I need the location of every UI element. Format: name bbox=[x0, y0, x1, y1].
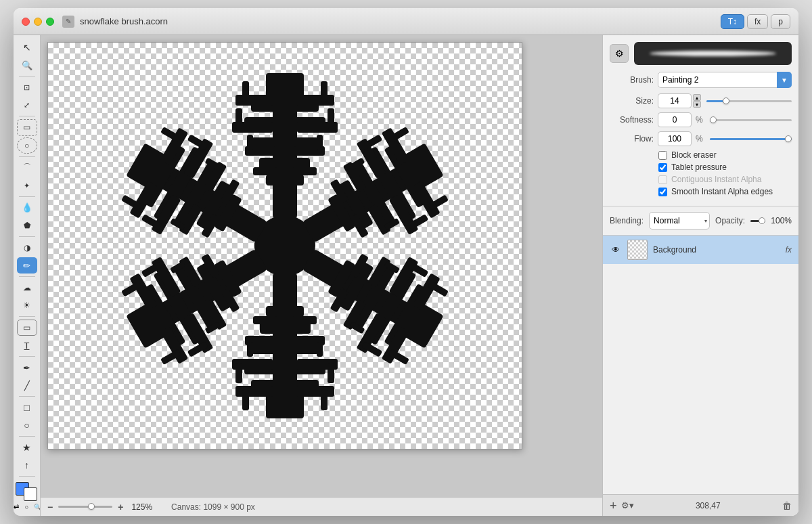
color-swatch[interactable] bbox=[16, 482, 39, 501]
titlebar: ✎ snowflake brush.acorn T↕ fx p bbox=[14, 8, 798, 35]
svg-rect-21 bbox=[293, 167, 317, 175]
brush-panel: ⚙ Brush: Painting 2 ▼ bbox=[603, 35, 798, 206]
block-eraser-row: Block eraser bbox=[610, 150, 792, 160]
tool-burn-dodge[interactable]: ☀ bbox=[17, 297, 37, 313]
blending-select[interactable]: Normal bbox=[649, 212, 710, 230]
canvas-container[interactable] bbox=[41, 35, 602, 497]
zoom-slider[interactable] bbox=[58, 506, 112, 508]
softness-row: Softness: % bbox=[610, 112, 792, 127]
tools-button[interactable]: T↕ bbox=[721, 14, 744, 29]
svg-rect-15 bbox=[328, 108, 334, 129]
zoom-tool-small[interactable]: 🔍 bbox=[33, 502, 41, 512]
panel-right: ⚙ Brush: Painting 2 ▼ bbox=[602, 35, 798, 516]
tool-zoom[interactable]: 🔍 bbox=[17, 57, 37, 73]
tool-rect[interactable]: □ bbox=[17, 399, 37, 416]
tool-rect-select[interactable]: ▭ bbox=[17, 119, 37, 136]
tool-star[interactable]: ★ bbox=[17, 439, 37, 456]
size-up-button[interactable]: ▲ bbox=[693, 94, 701, 101]
swap-colors[interactable]: ⇄ bbox=[14, 502, 21, 512]
flow-input[interactable] bbox=[658, 131, 692, 146]
tool-smudge[interactable]: ☁ bbox=[17, 280, 37, 296]
layers-section: 👁 Background fx bbox=[603, 236, 798, 494]
tool-rect-shape[interactable]: ▭ bbox=[17, 320, 37, 336]
layer-options-button[interactable]: ⚙▾ bbox=[621, 500, 634, 510]
smooth-alpha-checkbox[interactable] bbox=[658, 188, 667, 196]
delete-layer-button[interactable]: 🗑 bbox=[782, 500, 792, 511]
svg-rect-8 bbox=[235, 95, 273, 106]
svg-rect-6 bbox=[266, 175, 304, 185]
fx-button[interactable]: fx bbox=[747, 14, 768, 29]
size-row: Size: ▲ ▼ bbox=[610, 93, 792, 108]
size-stepper: ▲ ▼ bbox=[693, 94, 702, 108]
blending-section: Blending: Normal ▾ Opacity: 100% bbox=[603, 206, 798, 236]
tool-ellipse[interactable]: ○ bbox=[17, 417, 37, 433]
brush-label: Brush: bbox=[610, 75, 654, 85]
brush-header: ⚙ bbox=[610, 42, 792, 65]
svg-rect-13 bbox=[235, 108, 242, 129]
background-color[interactable] bbox=[24, 487, 37, 501]
opacity-slider[interactable] bbox=[750, 220, 765, 222]
add-layer-button[interactable]: + bbox=[610, 500, 617, 512]
tool-eyedropper[interactable]: 💧 bbox=[17, 200, 37, 216]
tool-arrow-shape[interactable]: ↑ bbox=[17, 457, 37, 473]
zoom-in-button[interactable]: + bbox=[118, 502, 123, 512]
tool-magic-wand[interactable]: ✦ bbox=[17, 177, 37, 194]
layer-name: Background bbox=[653, 245, 780, 255]
canvas-checkerboard bbox=[48, 43, 522, 449]
tool-paint-bucket[interactable]: ⬟ bbox=[17, 217, 37, 234]
toolbar-buttons: T↕ fx p bbox=[721, 14, 790, 29]
minimize-button[interactable] bbox=[34, 18, 42, 26]
tool-line[interactable]: ╱ bbox=[17, 377, 37, 393]
brush-stroke-preview bbox=[650, 51, 775, 56]
flow-row: Flow: % bbox=[610, 131, 792, 146]
tablet-pressure-label: Tablet pressure bbox=[671, 162, 727, 172]
canvas-wrapper bbox=[47, 42, 522, 450]
contiguous-alpha-label: Contiguous Instant Alpha bbox=[671, 175, 761, 184]
canvas-bottom-bar: − + 125% Canvas: 1099 × 900 px bbox=[41, 497, 602, 516]
tool-fullscreen[interactable]: ⤢ bbox=[17, 97, 37, 113]
tool-select-arrow[interactable]: ↖ bbox=[17, 39, 37, 56]
zoom-level: 125% bbox=[131, 502, 152, 512]
opacity-label: Opacity: bbox=[715, 216, 745, 225]
brush-gear-button[interactable]: ⚙ bbox=[610, 44, 629, 63]
size-input[interactable] bbox=[658, 93, 692, 108]
svg-rect-19 bbox=[317, 135, 323, 150]
size-label: Size: bbox=[610, 96, 654, 106]
tool-lasso[interactable]: ⌒ bbox=[17, 160, 37, 176]
window-title: snowflake brush.acorn bbox=[80, 16, 168, 26]
snowflake-image bbox=[48, 43, 522, 449]
p-button[interactable]: p bbox=[771, 14, 790, 29]
contiguous-alpha-checkbox[interactable] bbox=[658, 175, 667, 184]
tool-crop[interactable]: ⊡ bbox=[17, 79, 37, 95]
tool-ellipse-select[interactable]: ○ bbox=[17, 137, 37, 154]
softness-input[interactable] bbox=[658, 112, 692, 127]
tablet-pressure-checkbox[interactable] bbox=[658, 163, 667, 172]
layer-coords: 308,47 bbox=[638, 501, 778, 510]
tool-text[interactable]: T bbox=[17, 337, 37, 353]
softness-slider[interactable] bbox=[710, 119, 792, 121]
layer-visibility-button[interactable]: 👁 bbox=[610, 244, 622, 256]
svg-rect-17 bbox=[247, 135, 253, 150]
size-slider[interactable] bbox=[706, 100, 792, 102]
canvas-area: − + 125% Canvas: 1099 × 900 px bbox=[41, 35, 602, 516]
layer-item[interactable]: 👁 Background fx bbox=[603, 236, 798, 264]
size-down-button[interactable]: ▼ bbox=[693, 101, 701, 108]
softness-label: Softness: bbox=[610, 115, 654, 125]
canvas-info: Canvas: 1099 × 900 px bbox=[171, 502, 255, 512]
brush-select[interactable]: Painting 2 bbox=[658, 72, 792, 88]
zoom-out-button[interactable]: − bbox=[47, 502, 53, 512]
svg-rect-10 bbox=[297, 95, 334, 106]
blending-select-wrapper: Normal ▾ bbox=[649, 212, 710, 230]
maximize-button[interactable] bbox=[46, 18, 54, 26]
tool-pen[interactable]: ✒ bbox=[17, 359, 37, 376]
smooth-alpha-row: Smooth Instant Alpha edges bbox=[610, 187, 792, 196]
block-eraser-checkbox[interactable] bbox=[658, 151, 667, 160]
reset-colors[interactable]: ○ bbox=[22, 502, 32, 512]
softness-unit: % bbox=[696, 115, 703, 125]
close-button[interactable] bbox=[22, 18, 30, 26]
layer-fx-label[interactable]: fx bbox=[786, 245, 792, 255]
tool-gradient[interactable]: ◑ bbox=[17, 240, 37, 256]
layer-thumbnail bbox=[627, 240, 648, 260]
flow-slider[interactable] bbox=[710, 138, 792, 140]
tool-paint-brush[interactable]: ✏ bbox=[17, 257, 37, 274]
